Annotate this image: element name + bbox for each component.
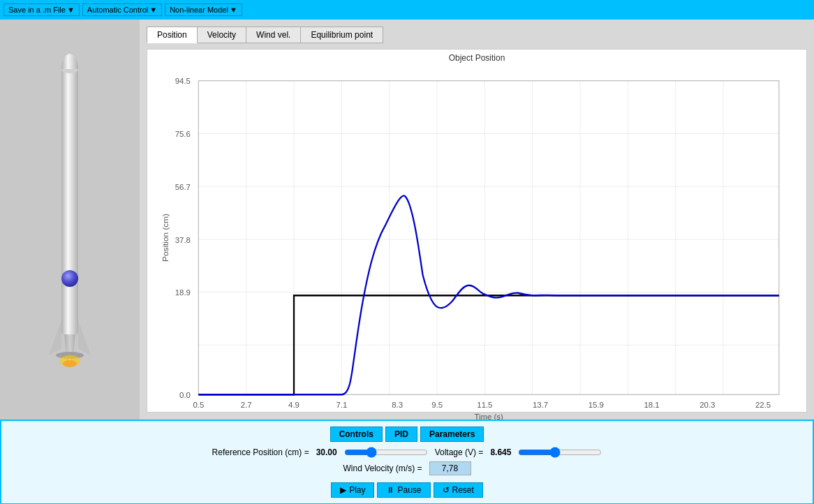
svg-rect-1 [61,69,78,334]
control-mode-selector[interactable]: Automatic Control ▼ [82,3,162,16]
svg-text:0.0: 0.0 [179,390,191,399]
reset-icon: ↺ [443,485,450,495]
model-dropdown-arrow[interactable]: ▼ [230,6,237,14]
svg-text:11.5: 11.5 [477,400,492,409]
model-label: Non-linear Model [170,6,228,14]
content-area: Position Velocity Wind vel. Equilibrium … [0,20,814,420]
bottom-control-panel: Controls PID Parameters Reference Positi… [0,420,814,504]
ref-position-label: Reference Position (cm) = [212,447,309,457]
play-icon: ▶ [340,485,346,495]
svg-text:18.1: 18.1 [644,400,659,409]
svg-text:18.9: 18.9 [175,288,191,297]
svg-text:7.1: 7.1 [336,400,347,409]
svg-text:22.5: 22.5 [755,400,771,409]
save-file-button[interactable]: Save in a .m File ▼ [3,3,80,16]
rocket-visualization [0,20,140,420]
parameters-button[interactable]: Parameters [420,427,484,442]
tab-position[interactable]: Position [147,27,198,43]
ref-position-slider-container [344,447,428,457]
ref-position-slider[interactable] [344,447,428,457]
wind-velocity-input[interactable] [429,461,471,475]
control-mode-label: Automatic Control [87,6,148,14]
pause-label: Pause [397,485,421,495]
svg-text:37.8: 37.8 [175,235,191,244]
voltage-slider-container [518,447,602,457]
svg-text:4.9: 4.9 [288,400,299,409]
voltage-slider[interactable] [518,447,602,457]
tab-velocity[interactable]: Velocity [198,27,246,43]
position-chart: Object Position .grid-line { stroke: #e0… [147,49,807,413]
svg-point-3 [61,270,78,287]
chart-area: Position Velocity Wind vel. Equilibrium … [140,20,814,420]
svg-text:2.7: 2.7 [241,400,252,409]
chart-title: Object Position [151,53,803,63]
svg-text:9.5: 9.5 [431,400,443,409]
play-button[interactable]: ▶ Play [331,482,374,498]
parameters-area: Reference Position (cm) = 30.00 Voltage … [8,447,806,498]
svg-text:94.5: 94.5 [175,76,191,85]
param-row-1: Reference Position (cm) = 30.00 Voltage … [212,447,602,457]
voltage-value: 8.645 [490,447,511,457]
play-label: Play [349,485,365,495]
param-row-2: Wind Velocity (m/s) = [343,461,471,475]
save-dropdown-arrow[interactable]: ▼ [67,6,75,14]
model-selector[interactable]: Non-linear Model ▼ [165,3,242,16]
wind-velocity-label: Wind Velocity (m/s) = [343,464,422,473]
save-file-label: Save in a .m File [8,6,66,14]
svg-text:13.7: 13.7 [533,400,548,409]
tab-wind-vel[interactable]: Wind vel. [246,27,301,43]
svg-text:0.5: 0.5 [193,400,204,409]
svg-text:8.3: 8.3 [392,400,403,409]
toolbar: Save in a .m File ▼ Automatic Control ▼ … [0,0,814,20]
reset-label: Reset [452,485,474,495]
svg-rect-27 [198,81,778,395]
ref-position-value: 30.00 [316,447,337,457]
svg-text:20.3: 20.3 [700,400,715,409]
tab-equilibrium[interactable]: Equilibrium point [301,27,383,43]
svg-text:15.9: 15.9 [589,400,604,409]
svg-text:75.6: 75.6 [175,129,191,138]
main-content: Position Velocity Wind vel. Equilibrium … [0,20,814,504]
svg-text:Time (s): Time (s) [474,412,503,420]
controls-button[interactable]: Controls [330,427,383,442]
pause-icon: ⏸ [386,485,394,495]
control-dropdown-arrow[interactable]: ▼ [149,6,157,14]
pause-button[interactable]: ⏸ Pause [377,482,430,498]
chart-svg: .grid-line { stroke: #e0e0e0; stroke-wid… [151,64,803,420]
svg-text:56.7: 56.7 [175,182,191,191]
voltage-label: Voltage (V) = [435,447,484,457]
rocket-svg [42,48,98,390]
reset-button[interactable]: ↺ Reset [434,482,483,498]
chart-tabs: Position Velocity Wind vel. Equilibrium … [147,27,807,43]
control-type-buttons: Controls PID Parameters [8,427,806,442]
svg-point-6 [63,360,77,367]
playback-buttons: ▶ Play ⏸ Pause ↺ Reset [331,482,483,498]
svg-text:Position (cm): Position (cm) [161,214,170,262]
pid-button[interactable]: PID [385,427,417,442]
